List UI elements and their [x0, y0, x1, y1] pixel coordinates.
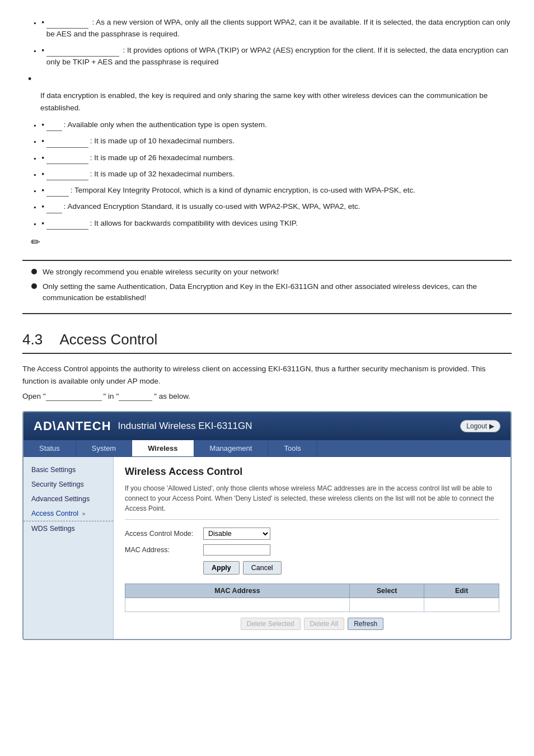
bullet-tkipplus: ▪ : It allows for backwards compatibilit… [34, 218, 512, 230]
notice-text-1: We strongly recommend you enable wireles… [43, 267, 279, 278]
nav-status[interactable]: Status [24, 440, 76, 456]
bullet-tkip: ▪ : Temporal Key Integrity Protocol, whi… [34, 185, 512, 197]
open-placeholder-2 [119, 392, 152, 401]
panel-body: Basic Settings Security Settings Advance… [24, 457, 510, 639]
bullet-152bit: ▪ : It is made up of 32 hexadecimal numb… [34, 169, 512, 180]
outer-bullet-empty [22, 73, 512, 85]
ui-panel: AD\ANTECH Industrial Wireless EKI-6311GN… [22, 411, 512, 640]
table-cell-edit-empty [424, 598, 499, 612]
sidebar-item-security-settings[interactable]: Security Settings [24, 477, 113, 492]
152bit-text: : It is made up of 32 hexadecimal number… [90, 170, 235, 178]
bullet-aes: ▪ : Advanced Encryption Standard, it is … [34, 201, 512, 213]
table-cell-select-empty [349, 598, 424, 612]
open-text: : Available only when the authentication… [64, 120, 267, 129]
bullet-open: ▪ : Available only when the authenticati… [34, 119, 512, 131]
notice-bullet-2 [31, 283, 37, 289]
aes-text: : Advanced Encryption Standard, it is us… [64, 202, 360, 211]
access-control-label: Access Control [31, 510, 78, 517]
cancel-button[interactable]: Cancel [243, 561, 282, 575]
nav-management[interactable]: Management [194, 440, 269, 456]
section-title: Access Control [59, 331, 157, 348]
sidebar-item-access-control[interactable]: Access Control » [24, 506, 113, 521]
sidebar-item-wds-settings[interactable]: WDS Settings [24, 521, 113, 536]
nav-tools[interactable]: Tools [268, 440, 317, 456]
open-placeholder-1 [46, 392, 102, 401]
wpamixed-placeholder [46, 45, 119, 57]
table-header-select: Select [349, 584, 424, 598]
wpa2-placeholder [46, 17, 88, 29]
section-description: The Access Control appoints the authorit… [22, 363, 512, 388]
mode-select[interactable]: Disable Allow Listed Deny Listed [203, 528, 270, 540]
notice-item-1: We strongly recommend you enable wireles… [31, 267, 503, 278]
table-body [125, 598, 499, 612]
section-number: 4.3 [22, 331, 43, 348]
table-cell-mac-empty [125, 598, 350, 612]
wpa2-text: : As a new version of WPA, only all the … [46, 18, 510, 38]
panel-main-desc: If you choose 'Allowed Listed', only tho… [125, 483, 499, 520]
tkipplus-text: : It allows for backwards compatibility … [90, 219, 298, 227]
tkip-text: : Temporal Key Integrity Protocol, which… [71, 186, 415, 194]
bullet-item-wpa2: ▪ : As a new version of WPA, only all th… [34, 17, 512, 40]
bullet-64bit: ▪ : It is made up of 10 hexadecimal numb… [34, 136, 512, 147]
table-btn-row: Delete Selected Delete All Refresh [125, 618, 499, 630]
form-row-mode: Access Control Mode: Disable Allow Liste… [125, 528, 499, 540]
bullet-section-1: ▪ : As a new version of WPA, only all th… [22, 17, 512, 249]
notice-box: We strongly recommend you enable wireles… [22, 260, 512, 314]
logout-arrow-icon: ▶ [489, 422, 494, 430]
128bit-text: : It is made up of 26 hexadecimal number… [90, 153, 235, 162]
table-header-row: MAC Address Select Edit [125, 584, 499, 598]
panel-header: AD\ANTECH Industrial Wireless EKI-6311GN… [24, 412, 510, 440]
64bit-text: : It is made up of 10 hexadecimal number… [90, 137, 235, 145]
panel-main: Wireless Access Control If you choose 'A… [113, 457, 510, 639]
form-row-mac: MAC Address: [125, 544, 499, 556]
nav-wireless[interactable]: Wireless [132, 440, 194, 456]
pencil-icon: ✏ [31, 235, 512, 249]
form-btn-row: Apply Cancel [125, 561, 499, 575]
sidebar-item-advanced-settings[interactable]: Advanced Settings [24, 492, 113, 506]
apply-button[interactable]: Apply [203, 561, 240, 575]
open-middle: " in " [104, 392, 119, 400]
logout-label: Logout [466, 422, 487, 430]
section-heading: 4.3 Access Control [22, 331, 512, 354]
access-control-arrow-icon: » [81, 511, 85, 517]
mac-address-table: MAC Address Select Edit [125, 584, 499, 612]
mac-label: MAC Address: [125, 546, 203, 554]
sidebar-item-basic-settings[interactable]: Basic Settings [24, 463, 113, 477]
info-text: If data encryption is enabled, the key i… [40, 90, 512, 114]
logout-button[interactable]: Logout ▶ [460, 420, 500, 432]
panel-brand: AD\ANTECH Industrial Wireless EKI-6311GN [34, 419, 252, 433]
bullet-list-2: ▪ : Available only when the authenticati… [22, 119, 512, 230]
panel-main-title: Wireless Access Control [125, 466, 499, 478]
open-suffix: " as below. [154, 392, 190, 400]
notice-text-2: Only setting the same Authentication, Da… [43, 281, 503, 304]
delete-selected-button[interactable]: Delete Selected [241, 618, 301, 630]
nav-system[interactable]: System [76, 440, 132, 456]
table-header-mac: MAC Address [125, 584, 350, 598]
table-row-empty [125, 598, 499, 612]
bullet-list-1: ▪ : As a new version of WPA, only all th… [22, 17, 512, 68]
brand-subtitle: Industrial Wireless EKI-6311GN [118, 421, 252, 432]
open-instruction-line: Open " " in " " as below. [22, 392, 512, 401]
open-prefix: Open " [22, 392, 46, 400]
refresh-button[interactable]: Refresh [348, 618, 383, 630]
notice-item-2: Only setting the same Authentication, Da… [31, 281, 503, 304]
bullet-128bit: ▪ : It is made up of 26 hexadecimal numb… [34, 152, 512, 164]
table-header-edit: Edit [424, 584, 499, 598]
mode-label: Access Control Mode: [125, 530, 203, 538]
mac-input[interactable] [203, 544, 270, 556]
panel-nav: Status System Wireless Management Tools [24, 440, 510, 457]
notice-bullet-1 [31, 269, 37, 274]
delete-all-button[interactable]: Delete All [304, 618, 345, 630]
brand-advantech-logo: AD\ANTECH [34, 419, 111, 433]
bullet-item-wpamixed: ▪ : It provides options of WPA (TKIP) or… [34, 45, 512, 68]
panel-sidebar: Basic Settings Security Settings Advance… [24, 457, 113, 639]
